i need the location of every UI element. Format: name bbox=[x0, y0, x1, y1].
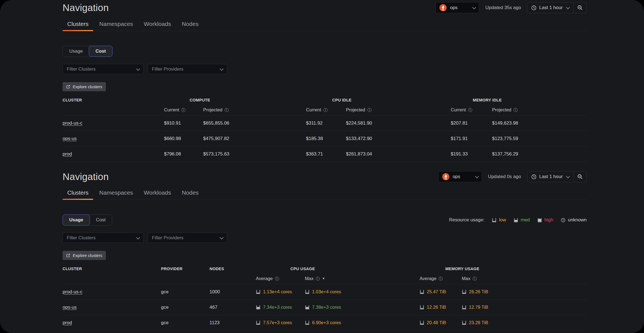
chevron-down-icon bbox=[566, 174, 570, 178]
tab-namespaces[interactable]: Namespaces bbox=[95, 189, 138, 200]
provider-cell: gce bbox=[161, 320, 210, 326]
cpu-average-cell: 7.57e+3 cores bbox=[256, 320, 305, 325]
value-cell: $363.71 bbox=[306, 151, 346, 157]
datasource-value: ops bbox=[453, 174, 471, 179]
cpu-max-cell: 1.03e+4 cores bbox=[305, 289, 420, 294]
tab-clusters[interactable]: Clusters bbox=[63, 21, 93, 31]
subcol-cpu-current[interactable]: Current bbox=[306, 107, 346, 112]
memory-max-cell: 23.28 TiB bbox=[462, 320, 587, 325]
usage-level-high-icon bbox=[537, 218, 542, 222]
page-title: Navigation bbox=[63, 2, 109, 13]
cluster-link[interactable]: prod-us-c bbox=[63, 289, 82, 294]
info-icon[interactable] bbox=[225, 108, 229, 112]
info-icon[interactable] bbox=[323, 108, 328, 112]
time-range-label: Last 1 hour bbox=[539, 5, 563, 10]
memory-average-cell: 20.48 TiB bbox=[420, 320, 462, 325]
value-cell: $660.98 bbox=[164, 136, 203, 141]
cpu-max-cell: 6.90e+3 cores bbox=[305, 320, 420, 325]
external-link-icon bbox=[66, 253, 70, 257]
memory-max-cell: 12.79 TiB bbox=[462, 305, 587, 310]
table-row: prod gce 1123 7.57e+3 cores 6.90e+3 core… bbox=[63, 315, 587, 331]
resource-usage-legend: Resource usage: low med high ?unknown bbox=[449, 217, 587, 223]
tab-clusters[interactable]: Clusters bbox=[63, 189, 93, 200]
subcol-memory-average[interactable]: Average bbox=[420, 276, 462, 281]
tab-nodes[interactable]: Nodes bbox=[177, 21, 203, 31]
time-range-label: Last 1 hour bbox=[539, 174, 563, 179]
subcol-memory-current[interactable]: Current bbox=[451, 107, 492, 112]
nodes-cell: 1000 bbox=[210, 289, 256, 295]
zoom-out-button[interactable] bbox=[573, 171, 586, 182]
subcol-compute-projected[interactable]: Projected bbox=[203, 107, 306, 112]
table-row: prod $796.08 $573,175.63 $363.71 $261,87… bbox=[63, 146, 587, 162]
usage-level-med-icon bbox=[514, 218, 518, 222]
cpu-average-cell: 1.13e+4 cores bbox=[256, 289, 305, 294]
info-icon[interactable] bbox=[468, 108, 472, 112]
explore-clusters-button[interactable]: Explore clusters bbox=[63, 251, 106, 260]
panel-usage: Navigation ops Updated 0s ago Last 1 h bbox=[63, 171, 587, 331]
subcol-cpu-average[interactable]: Average bbox=[256, 276, 305, 281]
filter-providers-select[interactable]: Filter Providers bbox=[148, 233, 227, 243]
subcol-cpu-projected[interactable]: Projected bbox=[346, 107, 451, 112]
info-icon[interactable] bbox=[316, 276, 320, 281]
filter-providers-select[interactable]: Filter Providers bbox=[148, 64, 227, 74]
toggle-cost-button[interactable]: Cost bbox=[89, 46, 112, 57]
usage-table: CLUSTER PROVIDER NODES CPU USAGE MEMORY … bbox=[63, 264, 587, 331]
sort-desc-icon bbox=[322, 277, 325, 280]
datasource-picker[interactable]: ops bbox=[438, 171, 482, 182]
cluster-link[interactable]: prod bbox=[63, 151, 72, 157]
explore-clusters-button[interactable]: Explore clusters bbox=[63, 82, 106, 91]
col-header-nodes: NODES bbox=[210, 267, 256, 271]
tab-namespaces[interactable]: Namespaces bbox=[95, 21, 138, 31]
memory-average-cell: 12.26 TiB bbox=[420, 305, 462, 310]
info-icon[interactable] bbox=[181, 108, 186, 112]
subcol-cpu-max-sorted[interactable]: Max bbox=[305, 276, 420, 281]
col-header-cpu-idle: CPU IDLE bbox=[306, 98, 378, 102]
info-icon[interactable] bbox=[367, 108, 372, 112]
cluster-link[interactable]: prod bbox=[63, 320, 72, 325]
value-cell: $133,472.90 bbox=[346, 136, 451, 141]
updated-status: Updated 0s ago bbox=[488, 174, 521, 179]
chevron-down-icon bbox=[220, 67, 224, 71]
time-range-picker[interactable]: Last 1 hour bbox=[527, 2, 573, 13]
prometheus-icon bbox=[439, 4, 447, 12]
cpu-average-cell: 7.34e+3 cores bbox=[256, 305, 305, 310]
time-range-picker[interactable]: Last 1 hour bbox=[527, 171, 573, 182]
memory-average-cell: 25.47 TiB bbox=[420, 289, 462, 294]
legend-item-high: high bbox=[537, 217, 553, 223]
info-icon[interactable] bbox=[439, 276, 443, 281]
tab-workloads[interactable]: Workloads bbox=[139, 189, 176, 200]
usage-level-low-icon bbox=[305, 320, 310, 325]
info-icon[interactable] bbox=[473, 276, 477, 281]
cluster-link[interactable]: ops-us bbox=[63, 305, 77, 310]
toggle-cost-button[interactable]: Cost bbox=[89, 214, 112, 225]
col-header-compute: COMPUTE bbox=[164, 98, 236, 102]
usage-level-low-icon bbox=[462, 289, 466, 294]
nodes-cell: 467 bbox=[210, 305, 256, 310]
cost-table: CLUSTER COMPUTE CPU IDLE MEMORY IDLE Cur… bbox=[63, 96, 587, 162]
legend-label: Resource usage: bbox=[449, 217, 485, 223]
chevron-down-icon bbox=[136, 235, 140, 239]
info-icon[interactable] bbox=[514, 108, 518, 112]
cluster-link[interactable]: prod-us-c bbox=[63, 120, 82, 126]
legend-item-low: low bbox=[492, 217, 506, 223]
subcol-memory-projected[interactable]: Projected bbox=[492, 107, 587, 112]
filter-clusters-select[interactable]: Filter Clusters bbox=[63, 233, 144, 243]
toggle-usage-button[interactable]: Usage bbox=[63, 214, 90, 225]
table-row: prod-us-c gce 1000 1.13e+4 cores 1.03e+4… bbox=[63, 284, 587, 299]
value-cell: $137,756.29 bbox=[492, 151, 587, 157]
dashboard-screen: Navigation ops Updated 35s ago Last 1 bbox=[0, 0, 644, 333]
value-cell: $796.08 bbox=[164, 151, 203, 157]
zoom-out-button[interactable] bbox=[573, 2, 586, 13]
tab-nodes[interactable]: Nodes bbox=[177, 189, 203, 200]
toggle-usage-button[interactable]: Usage bbox=[63, 46, 89, 57]
filter-clusters-select[interactable]: Filter Clusters bbox=[63, 64, 144, 74]
tab-workloads[interactable]: Workloads bbox=[139, 21, 176, 31]
external-link-icon bbox=[66, 85, 70, 89]
subcol-memory-max[interactable]: Max bbox=[462, 276, 587, 281]
value-cell: $910.91 bbox=[164, 120, 203, 126]
info-icon[interactable] bbox=[275, 276, 279, 281]
datasource-picker[interactable]: ops bbox=[436, 2, 479, 13]
value-cell: $311.92 bbox=[306, 120, 346, 126]
subcol-compute-current[interactable]: Current bbox=[164, 107, 203, 112]
cluster-link[interactable]: ops-us bbox=[63, 136, 77, 141]
